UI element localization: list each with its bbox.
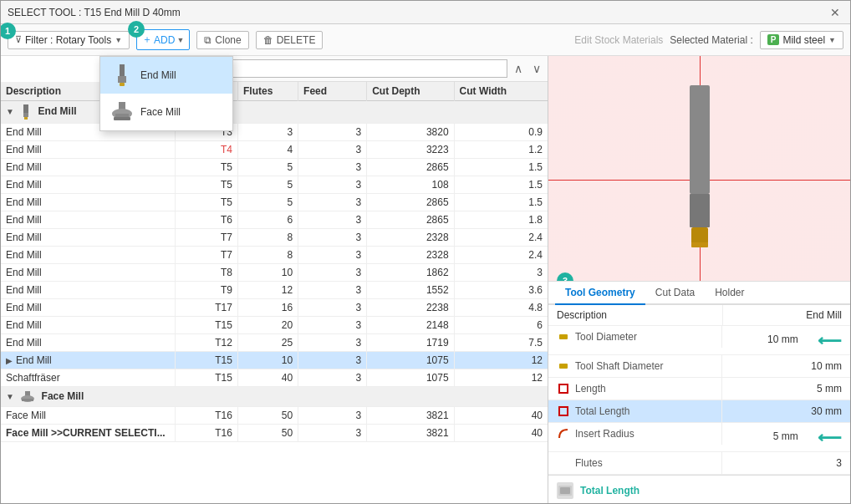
clone-label: Clone <box>215 34 241 46</box>
table-row[interactable]: End MillT810318623 <box>1 264 548 282</box>
table-row[interactable]: End MillT66328651.8 <box>1 211 548 229</box>
add-dropdown-facemill[interactable]: Face Mill <box>100 94 232 130</box>
material-arrow: ▼ <box>828 36 836 44</box>
svg-rect-0 <box>120 64 125 76</box>
length-value: 5 mm <box>722 378 850 400</box>
col-header-cutwidth[interactable]: Cut Width <box>454 82 548 101</box>
svg-rect-16 <box>691 242 708 247</box>
flutes-icon <box>557 456 570 470</box>
table-row[interactable]: Face Mill >>CURRENT SELECTI...T165033821… <box>1 424 548 441</box>
endmill-label: End Mill <box>140 69 176 81</box>
col-header-cutdepth[interactable]: Cut Depth <box>367 82 454 101</box>
svg-rect-14 <box>690 194 710 227</box>
tab-cut-data[interactable]: Cut Data <box>645 282 705 305</box>
close-button[interactable]: ✕ <box>827 4 843 21</box>
main-content: End Mill Face Mill ∧ ∨ <box>1 56 850 504</box>
table-row[interactable]: End MillT912315523.6 <box>1 282 548 299</box>
clone-icon: ⧉ <box>204 34 211 46</box>
table-row[interactable]: End MillT78323282.4 <box>1 247 548 264</box>
group-facemill-icon <box>20 390 38 402</box>
table-row[interactable]: Face MillT16503382140 <box>1 406 548 424</box>
total-length-value: 30 mm <box>722 400 850 423</box>
add-label: ADD <box>154 34 175 46</box>
facemill-icon <box>110 100 134 124</box>
search-down-button[interactable]: ∨ <box>529 60 544 77</box>
svg-rect-19 <box>559 384 568 393</box>
group-facemill: ▼ Face Mill <box>1 387 548 407</box>
prop-row-length[interactable]: Length 5 mm <box>548 378 850 400</box>
svg-rect-22 <box>560 487 570 494</box>
plus-icon: ＋ <box>142 33 152 47</box>
badge-1: 1 <box>0 23 16 39</box>
tool-diameter-label: Tool Diameter <box>575 331 637 343</box>
flutes-label: Flutes <box>575 457 603 469</box>
add-button[interactable]: ＋ ADD ▼ <box>136 29 190 50</box>
length-label: Length <box>575 383 606 395</box>
shaft-diameter-icon <box>557 359 570 373</box>
group-endmill-icon <box>20 105 34 117</box>
badge-3: 3 <box>557 272 573 282</box>
arrow-tool-diameter: ⟵ <box>818 331 842 349</box>
table-row[interactable]: End MillT33338200.9 <box>1 124 548 141</box>
tool-preview: 3 <box>548 56 850 282</box>
table-row[interactable]: SchaftfräserT15403107512 <box>1 369 548 387</box>
filter-button[interactable]: ⊽ Filter : Rotary Tools ▼ <box>8 31 130 49</box>
svg-rect-17 <box>559 334 568 339</box>
svg-rect-2 <box>120 83 125 86</box>
table-row[interactable]: End MillT1520321486 <box>1 317 548 334</box>
tab-holder[interactable]: Holder <box>705 282 754 305</box>
title-bar: SELECT TOOL : T15 End Mill D 40mm ✕ <box>1 1 850 24</box>
tab-tool-geometry[interactable]: Tool Geometry <box>555 282 645 305</box>
filter-dropdown-arrow: ▼ <box>115 36 122 44</box>
prop-row-flutes[interactable]: Flutes 3 <box>548 452 850 475</box>
toolbar: ⊽ Filter : Rotary Tools ▼ 1 ＋ ADD ▼ 2 ⧉ … <box>1 24 850 56</box>
clone-button[interactable]: ⧉ Clone <box>196 31 248 49</box>
table-row[interactable]: End MillT78323282.4 <box>1 229 548 247</box>
insert-radius-label: Insert Radius <box>575 428 634 440</box>
table-row[interactable]: End MillT44332231.2 <box>1 141 548 159</box>
col-header-feed[interactable]: Feed <box>298 82 367 101</box>
svg-rect-15 <box>691 227 708 244</box>
tool-diameter-icon <box>557 330 570 344</box>
table-row[interactable]: End MillT1716322384.8 <box>1 299 548 317</box>
table-row[interactable]: End MillT1225317197.5 <box>1 334 548 352</box>
search-up-button[interactable]: ∧ <box>511 60 526 77</box>
delete-button[interactable]: 🗑 DELETE <box>256 31 324 49</box>
table-row[interactable]: End MillT5531081.5 <box>1 176 548 194</box>
expand-facemill-icon[interactable]: ▼ <box>6 392 14 401</box>
material-dropdown[interactable]: P Mild steel ▼ <box>760 31 843 49</box>
prop-row-tool-diameter[interactable]: Tool Diameter 10 mm ⟵ <box>548 326 850 355</box>
shaft-diameter-label: Tool Shaft Diameter <box>575 360 663 372</box>
svg-rect-7 <box>23 104 28 113</box>
group-endmill-label: End Mill <box>38 105 77 117</box>
tool-diameter-value: 10 mm ⟵ <box>722 326 850 355</box>
tool-table: Description Flutes Feed Cut Depth Cut Wi… <box>1 82 548 504</box>
table-row[interactable]: End MillT55328651.5 <box>1 194 548 211</box>
properties-table: Description End Mill Tool Diameter <box>548 305 850 475</box>
filter-label: Filter : Rotary Tools <box>25 34 111 46</box>
prop-row-shaft-diameter[interactable]: Tool Shaft Diameter 10 mm <box>548 355 850 378</box>
add-dropdown-endmill[interactable]: End Mill <box>100 57 232 94</box>
trash-icon: 🗑 <box>263 34 273 46</box>
tool-list-panel: End Mill Face Mill ∧ ∨ <box>1 56 548 504</box>
table-row-selected[interactable]: ▶End Mill T15103107512 <box>1 352 548 369</box>
material-name: Mild steel <box>782 34 825 46</box>
table-row[interactable]: End MillT55328651.5 <box>1 159 548 176</box>
arrow-insert-radius: ⟵ <box>818 428 842 446</box>
property-tabs: Tool Geometry Cut Data Holder <box>548 282 850 305</box>
facemill-label: Face Mill <box>140 106 181 118</box>
col-header-flutes[interactable]: Flutes <box>237 82 298 101</box>
prop-row-insert-radius[interactable]: Insert Radius 5 mm ⟵ <box>548 423 850 452</box>
group-endmill: ▼ End Mill <box>1 101 548 124</box>
insert-radius-value: 5 mm ⟵ <box>722 423 850 452</box>
svg-rect-9 <box>24 117 28 120</box>
delete-label: DELETE <box>277 34 316 46</box>
window-title: SELECT TOOL : T15 End Mill D 40mm <box>8 7 181 18</box>
prop-row-total-length[interactable]: Total Length 30 mm <box>548 400 850 423</box>
flutes-value: 3 <box>722 452 850 475</box>
svg-rect-18 <box>559 364 568 369</box>
total-length-icon <box>557 405 570 418</box>
svg-rect-6 <box>114 117 130 120</box>
insert-radius-icon <box>557 427 570 440</box>
expand-endmill-icon[interactable]: ▼ <box>6 107 14 116</box>
